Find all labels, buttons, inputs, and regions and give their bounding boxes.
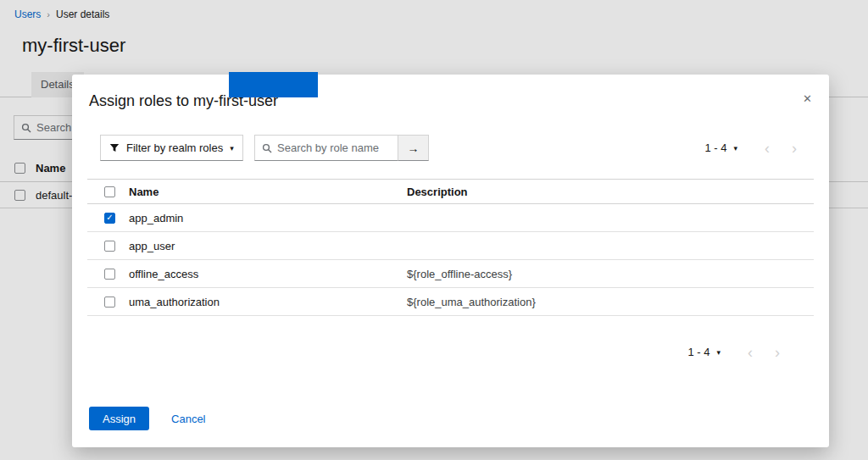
roles-table-header: Name Description (87, 179, 814, 204)
role-name: app_user (129, 240, 407, 252)
screen: Users › User details my-first-user Detai… (0, 0, 868, 460)
caret-down-icon: ▾ (716, 348, 721, 357)
role-search-group: → (254, 135, 429, 161)
role-checkbox[interactable] (104, 213, 115, 224)
roles-table: Name Description app_admin app_user offl… (87, 179, 814, 316)
role-description: ${role_offline-access} (407, 268, 814, 280)
role-search-input[interactable] (277, 141, 391, 154)
pagination-range: 1 - 4 (687, 346, 709, 358)
role-name: offline_access (129, 268, 407, 280)
chevron-left-icon: ‹ (765, 140, 770, 157)
role-row: offline_access ${role_offline-access} (87, 260, 814, 288)
role-name: app_admin (129, 212, 407, 224)
filter-dropdown-label: Filter by realm roles (126, 141, 223, 154)
chevron-right-icon: › (792, 140, 797, 157)
pagination-prev-button[interactable]: ‹ (748, 345, 753, 360)
arrow-right-icon: → (408, 141, 420, 155)
role-search (254, 135, 398, 161)
cancel-button[interactable]: Cancel (171, 413, 205, 425)
chevron-left-icon: ‹ (748, 344, 753, 361)
search-icon (262, 143, 272, 153)
assign-button[interactable]: Assign (89, 407, 149, 430)
filter-icon (109, 143, 120, 153)
close-icon: ✕ (803, 92, 812, 105)
role-checkbox[interactable] (104, 241, 115, 252)
pagination-top: 1 - 4 ▾ ‹ › (704, 135, 797, 161)
column-header-name: Name (129, 186, 407, 198)
caret-down-icon: ▾ (230, 144, 234, 152)
modal-close-button[interactable]: ✕ (803, 93, 812, 104)
assign-roles-modal: Assign roles to my-first-user ✕ Filter b… (72, 75, 829, 447)
caret-down-icon: ▾ (733, 144, 737, 152)
tab-role-mapping-selected[interactable] (229, 72, 318, 97)
pagination-bottom: 1 - 4 ▾ ‹ › (687, 339, 780, 365)
role-row: app_admin (87, 204, 814, 232)
pagination-range: 1 - 4 (704, 141, 726, 154)
search-submit-button[interactable]: → (398, 135, 429, 161)
chevron-right-icon: › (775, 344, 780, 361)
column-header-description: Description (407, 186, 814, 198)
pagination-options-toggle[interactable]: 1 - 4 ▾ (704, 141, 737, 154)
role-checkbox[interactable] (104, 297, 115, 308)
filter-dropdown[interactable]: Filter by realm roles ▾ (100, 135, 243, 161)
role-checkbox[interactable] (104, 269, 115, 280)
modal-footer: Assign Cancel (89, 407, 206, 430)
pagination-next-button[interactable]: › (792, 141, 797, 156)
pagination-options-toggle[interactable]: 1 - 4 ▾ (687, 346, 721, 358)
pagination-next-button[interactable]: › (775, 345, 780, 360)
select-all-checkbox[interactable] (104, 186, 115, 197)
role-row: uma_authorization ${role_uma_authorizati… (87, 288, 814, 316)
role-name: uma_authorization (129, 296, 407, 308)
role-row: app_user (87, 232, 814, 260)
pagination-prev-button[interactable]: ‹ (765, 141, 770, 156)
role-description: ${role_uma_authorization} (407, 296, 814, 308)
